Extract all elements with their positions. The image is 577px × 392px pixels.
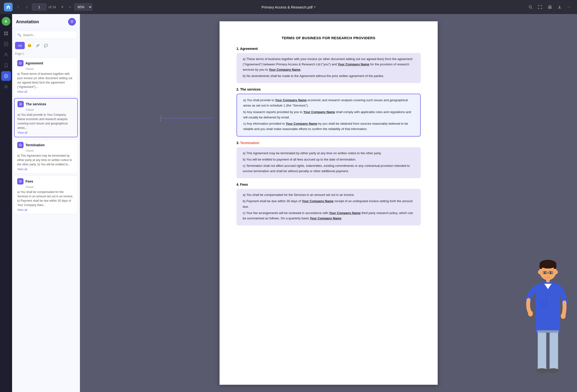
- agreement-item-b: b) No amendments shall be made to the Ag…: [241, 73, 416, 79]
- agreement-card-type: Clause: [17, 67, 75, 70]
- company-name-ref-8: Your Company Name: [310, 216, 341, 220]
- character-svg: [524, 252, 572, 392]
- company-name-ref-2: Your Company Name: [269, 68, 300, 71]
- sidebar-item-settings[interactable]: [1, 82, 11, 92]
- services-card-text: a) You shall provide to Your Company Nam…: [17, 113, 74, 130]
- annotation-panel: Annotation 🔍 All 😊 🔗 💬 Page 1: [12, 14, 80, 392]
- fees-card-text: a) You shall be compensated for the Serv…: [17, 190, 75, 207]
- zoom-in-button[interactable]: +: [59, 4, 66, 10]
- nav-down-button[interactable]: ↓: [23, 4, 30, 10]
- zoom-out-button[interactable]: −: [67, 4, 73, 10]
- pdf-section-services-title: 2. The services: [237, 87, 421, 91]
- annotation-search-input[interactable]: [15, 31, 77, 39]
- termination-card-type: Clause: [17, 149, 75, 152]
- annotation-card-services[interactable]: The services Clause a) You shall provide…: [14, 98, 78, 137]
- svg-point-24: [20, 181, 21, 182]
- connector-handle: [160, 116, 161, 135]
- annotation-card-agreement[interactable]: Agreement Clause a) These terms of busin…: [14, 57, 78, 96]
- annotation-tabs: All 😊 🔗 💬: [12, 41, 80, 51]
- svg-point-36: [550, 272, 552, 274]
- services-card-link[interactable]: View all: [17, 131, 74, 134]
- document-filename: Primary Access & Research.pdf: [261, 5, 313, 9]
- annotation-tab-all[interactable]: All: [15, 42, 25, 49]
- home-button[interactable]: [4, 3, 13, 11]
- annotation-card-termination[interactable]: Termination Clause a) This Agreement may…: [14, 139, 78, 174]
- svg-rect-4: [549, 7, 551, 8]
- toolbar: ↑ ↓ of 14 + − 60% 75% 100% 125% 150% Pri…: [0, 0, 577, 14]
- svg-point-18: [20, 63, 21, 64]
- svg-rect-5: [4, 32, 6, 33]
- document-title-bar: Primary Access & Research.pdf ▾: [261, 5, 316, 9]
- nav-up-button[interactable]: ↑: [15, 4, 21, 10]
- services-item-a: a) You shall provide to Your Company Nam…: [241, 98, 416, 108]
- company-name-ref-1: Your Company Name: [338, 63, 369, 66]
- pdf-section-termination-title: 3. Termination: [237, 141, 421, 145]
- termination-card-link[interactable]: View all: [17, 167, 75, 171]
- fees-card-type: Clause: [17, 186, 75, 188]
- annotation-list: Agreement Clause a) These terms of busin…: [12, 57, 80, 392]
- pdf-agreement-box: a) These terms of business together with…: [237, 53, 421, 83]
- fees-item-b: b) Payment shall be due within 30 days o…: [241, 198, 416, 209]
- page-total: of 14: [48, 5, 56, 9]
- annotation-card-header-services: The services: [17, 101, 74, 107]
- pdf-viewer[interactable]: TERMS OF BUSINESS FOR RESEARCH PROVIDERS…: [80, 14, 577, 392]
- search-icon: 🔍: [17, 33, 21, 37]
- agreement-card-link[interactable]: View all: [17, 90, 75, 94]
- annotation-tab-link[interactable]: 🔗: [34, 42, 41, 49]
- svg-rect-48: [537, 330, 559, 333]
- annotation-tab-comment[interactable]: 💬: [42, 42, 49, 49]
- sidebar-item-annotation[interactable]: [1, 71, 11, 81]
- pdf-page: TERMS OF BUSINESS FOR RESEARCH PROVIDERS…: [219, 21, 438, 385]
- company-name-ref-4: Your Company Name: [303, 110, 335, 114]
- annotation-card-header-fees: Fees: [17, 178, 75, 185]
- company-name-ref-7: Your Company Name: [329, 211, 361, 215]
- fees-card-title: Fees: [25, 179, 33, 183]
- annotation-card-icon-fees: [17, 178, 24, 185]
- sidebar-item-users[interactable]: [1, 50, 11, 60]
- annotation-card-fees[interactable]: Fees Clause a) You shall be compensated …: [14, 176, 78, 214]
- page-number-input[interactable]: [32, 3, 46, 11]
- title-chevron-icon[interactable]: ▾: [314, 5, 316, 9]
- sidebar-item-bookmark[interactable]: [1, 61, 11, 70]
- svg-point-20: [20, 104, 21, 105]
- svg-point-47: [547, 368, 559, 373]
- search-button[interactable]: [527, 3, 534, 11]
- termination-item-a: a) This Agreement may be terminated by e…: [241, 151, 416, 156]
- sidebar-item-pages[interactable]: [1, 39, 11, 49]
- annotation-tab-emoji[interactable]: 😊: [26, 42, 33, 49]
- annotation-card-header: Agreement: [17, 60, 75, 66]
- annotation-card-header-termination: Termination: [17, 142, 75, 148]
- annotation-filter-button[interactable]: [68, 18, 76, 26]
- zoom-select[interactable]: 60% 75% 100% 125% 150%: [74, 3, 92, 11]
- more-options-button[interactable]: ···: [565, 3, 573, 11]
- termination-item-c: c) Termination shall not affect accrued …: [241, 163, 416, 174]
- annotation-card-icon-termination: [17, 142, 24, 148]
- toolbar-actions: ···: [527, 3, 573, 11]
- fullscreen-button[interactable]: [536, 3, 544, 11]
- print-button[interactable]: [546, 3, 554, 11]
- fees-item-c: c) Your fee arrangements will be reviewe…: [241, 210, 416, 221]
- svg-point-39: [547, 275, 549, 276]
- svg-rect-7: [4, 34, 6, 35]
- fees-item-a: a) You shall be compensated for the Serv…: [241, 192, 416, 197]
- user-avatar[interactable]: A: [2, 17, 10, 26]
- svg-line-2: [531, 8, 532, 9]
- company-name-ref-5: Your Company Name: [286, 122, 318, 126]
- svg-rect-8: [6, 34, 8, 35]
- services-card-title: The services: [26, 102, 46, 106]
- termination-item-b: b) You will be entitled to payment of al…: [241, 157, 416, 162]
- svg-point-16: [5, 86, 6, 87]
- termination-card-text: a) This Agreement may be terminated by e…: [17, 154, 75, 166]
- svg-rect-29: [553, 264, 556, 269]
- svg-point-15: [5, 75, 6, 76]
- svg-rect-6: [6, 32, 8, 33]
- svg-rect-41: [536, 294, 560, 333]
- sidebar-item-grid[interactable]: [1, 29, 11, 38]
- annotation-title: Annotation: [16, 19, 39, 25]
- character-illustration: [524, 252, 572, 392]
- fees-card-link[interactable]: View all: [17, 208, 75, 212]
- download-button[interactable]: [556, 3, 563, 11]
- pdf-services-box: a) You shall provide to Your Company Nam…: [237, 94, 421, 136]
- annotation-card-icon-services: [17, 101, 24, 107]
- svg-point-35: [544, 272, 546, 274]
